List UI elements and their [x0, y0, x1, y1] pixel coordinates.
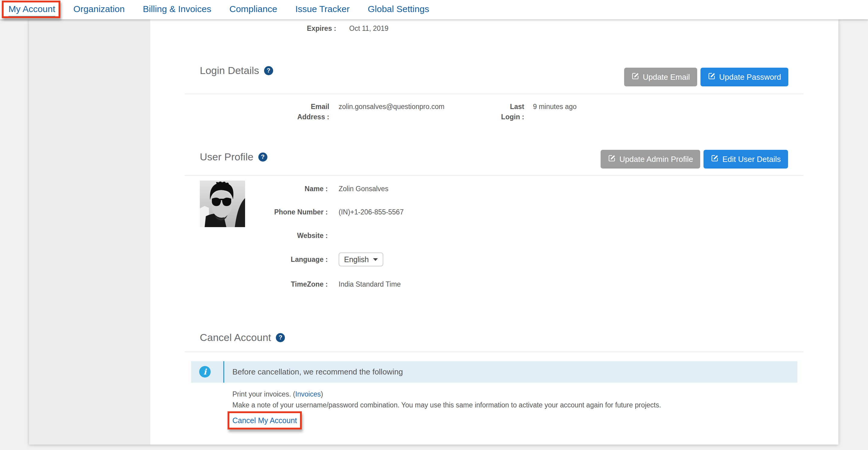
user-profile-title: User Profile	[200, 151, 253, 163]
cancel-my-account-link[interactable]: Cancel My Account	[232, 416, 297, 425]
tab-compliance[interactable]: Compliance	[229, 4, 277, 16]
login-details-title: Login Details	[200, 65, 259, 77]
email-address-label: Email Address :	[150, 101, 329, 122]
name-row: Name : Zolin Gonsalves	[150, 185, 389, 193]
settings-sidebar	[29, 19, 150, 445]
tab-issue-tracker[interactable]: Issue Tracker	[295, 4, 349, 16]
tab-organization[interactable]: Organization	[73, 4, 125, 16]
website-label: Website :	[150, 232, 328, 240]
last-login-value: 9 minutes ago	[533, 101, 577, 122]
language-selected-value: English	[344, 255, 369, 264]
invoices-link[interactable]: Invoices	[295, 390, 320, 398]
phone-value: (IN)+1-206-855-5567	[339, 208, 404, 216]
update-email-button[interactable]: Update Email	[624, 68, 697, 86]
print-invoices-line: Print your invoices. (Invoices)	[232, 390, 323, 398]
edit-icon	[608, 154, 616, 164]
info-icon: i	[199, 366, 211, 378]
annotation-box-cancel-my-account: Cancel My Account	[227, 411, 302, 429]
edit-user-details-button[interactable]: Edit User Details	[704, 150, 788, 169]
help-icon[interactable]: ?	[264, 66, 273, 75]
section-divider	[185, 352, 803, 352]
timezone-row: TimeZone : India Standard Time	[150, 280, 401, 289]
name-value: Zolin Gonsalves	[339, 185, 389, 193]
tab-global-settings[interactable]: Global Settings	[368, 4, 429, 16]
tab-billing-invoices[interactable]: Billing & Invoices	[143, 4, 211, 16]
website-row: Website :	[150, 232, 339, 240]
phone-row: Phone Number : (IN)+1-206-855-5567	[150, 208, 404, 216]
settings-content: Expires : Oct 11, 2019 Login Details ? U…	[150, 19, 838, 445]
name-label: Name :	[150, 185, 328, 193]
expires-value: Oct 11, 2019	[349, 24, 389, 33]
expires-label: Expires :	[150, 24, 336, 33]
edit-icon	[708, 72, 716, 82]
info-banner-title: Before cancellation, we recommend the fo…	[232, 367, 403, 377]
license-expires-row: Expires : Oct 11, 2019	[150, 24, 389, 33]
language-row: Language : English	[150, 252, 383, 266]
help-icon[interactable]: ?	[276, 333, 285, 342]
help-icon[interactable]: ?	[258, 152, 268, 161]
timezone-value: India Standard Time	[339, 280, 401, 289]
section-divider	[185, 94, 803, 94]
settings-card: Expires : Oct 11, 2019 Login Details ? U…	[29, 19, 838, 445]
user-profile-heading: User Profile ?	[200, 151, 268, 163]
edit-icon	[711, 154, 719, 164]
email-address-value: zolin.gonsalves@questionpro.com	[339, 101, 484, 122]
login-details-heading: Login Details ?	[200, 65, 273, 77]
last-login-label: Last Login :	[484, 101, 524, 122]
cancel-info-banner: i Before cancellation, we recommend the …	[191, 361, 797, 383]
top-nav: My Account Organization Billing & Invoic…	[0, 0, 868, 19]
tab-my-account[interactable]: My Account	[8, 4, 55, 18]
cancel-account-heading: Cancel Account ?	[200, 332, 285, 343]
phone-label: Phone Number :	[150, 208, 328, 216]
timezone-label: TimeZone :	[150, 280, 328, 289]
update-password-button[interactable]: Update Password	[701, 68, 788, 86]
chevron-down-icon	[373, 258, 378, 261]
login-details-fields: Email Address : zolin.gonsalves@question…	[150, 101, 577, 122]
language-label: Language :	[150, 256, 328, 264]
edit-icon	[631, 72, 639, 82]
language-dropdown[interactable]: English	[339, 252, 383, 266]
cancel-account-title: Cancel Account	[200, 332, 271, 343]
username-password-note: Make a note of your username/password co…	[232, 401, 661, 409]
update-admin-profile-button[interactable]: Update Admin Profile	[600, 150, 700, 169]
info-banner-divider	[223, 361, 224, 383]
section-divider	[185, 175, 803, 176]
